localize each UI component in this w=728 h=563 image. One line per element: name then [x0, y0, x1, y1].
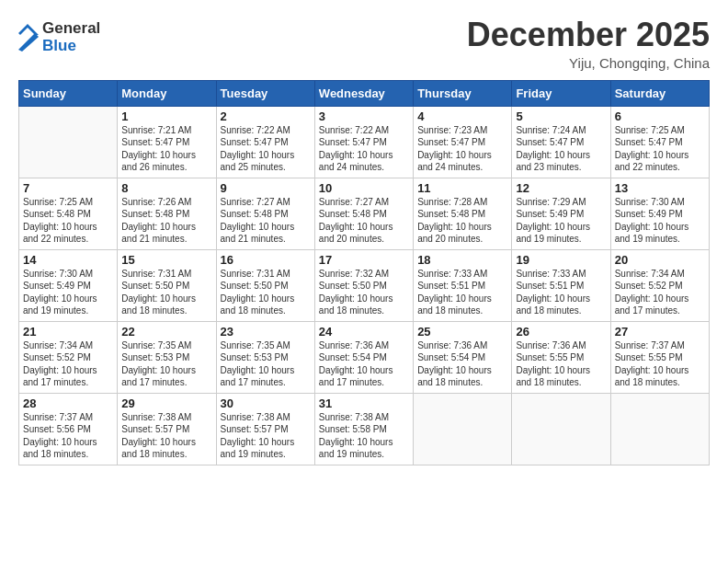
- calendar-cell: 22Sunrise: 7:35 AMSunset: 5:53 PMDayligh…: [118, 321, 216, 393]
- day-number: 4: [417, 109, 507, 123]
- day-number: 15: [121, 253, 211, 267]
- calendar-cell: 29Sunrise: 7:38 AMSunset: 5:57 PMDayligh…: [118, 393, 216, 465]
- day-number: 7: [23, 181, 113, 195]
- calendar-week-row: 28Sunrise: 7:37 AMSunset: 5:56 PMDayligh…: [19, 393, 710, 465]
- calendar-header: SundayMondayTuesdayWednesdayThursdayFrid…: [19, 80, 710, 106]
- calendar-cell: 6Sunrise: 7:25 AMSunset: 5:47 PMDaylight…: [610, 106, 709, 178]
- day-info: Sunrise: 7:25 AMSunset: 5:48 PMDaylight:…: [23, 196, 113, 246]
- calendar-cell: [19, 106, 118, 178]
- day-number: 21: [23, 325, 113, 339]
- title-block: December 2025 Yiju, Chongqing, China: [467, 17, 710, 71]
- calendar-cell: 10Sunrise: 7:27 AMSunset: 5:48 PMDayligh…: [314, 178, 413, 249]
- weekday-header-thursday: Thursday: [414, 80, 512, 106]
- calendar-cell: [512, 393, 610, 465]
- day-number: 29: [121, 396, 211, 410]
- calendar-cell: 14Sunrise: 7:30 AMSunset: 5:49 PMDayligh…: [19, 249, 118, 321]
- day-number: 27: [615, 325, 705, 339]
- calendar-cell: 7Sunrise: 7:25 AMSunset: 5:48 PMDaylight…: [19, 178, 118, 249]
- day-number: 28: [23, 396, 113, 410]
- calendar-cell: 17Sunrise: 7:32 AMSunset: 5:50 PMDayligh…: [314, 249, 413, 321]
- day-info: Sunrise: 7:37 AMSunset: 5:55 PMDaylight:…: [615, 339, 705, 389]
- day-number: 1: [121, 109, 211, 123]
- calendar-cell: 4Sunrise: 7:23 AMSunset: 5:47 PMDaylight…: [414, 106, 512, 178]
- calendar-week-row: 1Sunrise: 7:21 AMSunset: 5:47 PMDaylight…: [19, 106, 710, 178]
- logo-general-text: General: [42, 20, 100, 38]
- day-number: 2: [221, 109, 311, 123]
- calendar-cell: 25Sunrise: 7:36 AMSunset: 5:54 PMDayligh…: [414, 321, 512, 393]
- day-info: Sunrise: 7:34 AMSunset: 5:52 PMDaylight:…: [615, 268, 705, 317]
- month-title: December 2025: [467, 17, 710, 53]
- calendar-week-row: 21Sunrise: 7:34 AMSunset: 5:52 PMDayligh…: [19, 321, 710, 393]
- weekday-row: SundayMondayTuesdayWednesdayThursdayFrid…: [19, 80, 710, 106]
- calendar-cell: 23Sunrise: 7:35 AMSunset: 5:53 PMDayligh…: [216, 321, 314, 393]
- weekday-header-sunday: Sunday: [19, 80, 118, 106]
- weekday-header-saturday: Saturday: [610, 80, 709, 106]
- svg-marker-1: [18, 24, 39, 35]
- day-info: Sunrise: 7:38 AMSunset: 5:57 PMDaylight:…: [121, 411, 211, 461]
- day-number: 11: [417, 181, 507, 195]
- day-info: Sunrise: 7:31 AMSunset: 5:50 PMDaylight:…: [221, 268, 311, 317]
- logo: General Blue: [18, 20, 100, 54]
- page: General Blue December 2025 Yiju, Chongqi…: [0, 0, 728, 563]
- calendar-cell: [414, 393, 512, 465]
- day-info: Sunrise: 7:36 AMSunset: 5:55 PMDaylight:…: [516, 339, 606, 389]
- day-info: Sunrise: 7:35 AMSunset: 5:53 PMDaylight:…: [121, 339, 211, 389]
- day-info: Sunrise: 7:29 AMSunset: 5:49 PMDaylight:…: [516, 196, 606, 246]
- day-info: Sunrise: 7:37 AMSunset: 5:56 PMDaylight:…: [23, 411, 113, 461]
- calendar-cell: 5Sunrise: 7:24 AMSunset: 5:47 PMDaylight…: [512, 106, 610, 178]
- day-number: 17: [319, 253, 409, 267]
- day-number: 22: [121, 325, 211, 339]
- day-number: 5: [516, 109, 606, 123]
- day-info: Sunrise: 7:22 AMSunset: 5:47 PMDaylight:…: [319, 124, 409, 174]
- calendar-cell: 26Sunrise: 7:36 AMSunset: 5:55 PMDayligh…: [512, 321, 610, 393]
- day-info: Sunrise: 7:31 AMSunset: 5:50 PMDaylight:…: [121, 268, 211, 317]
- calendar-cell: 30Sunrise: 7:38 AMSunset: 5:57 PMDayligh…: [216, 393, 314, 465]
- day-number: 14: [23, 253, 113, 267]
- day-number: 20: [615, 253, 705, 267]
- weekday-header-tuesday: Tuesday: [216, 80, 314, 106]
- day-info: Sunrise: 7:35 AMSunset: 5:53 PMDaylight:…: [221, 339, 311, 389]
- day-number: 9: [221, 181, 311, 195]
- day-number: 18: [417, 253, 507, 267]
- day-number: 31: [319, 396, 409, 410]
- calendar-cell: 12Sunrise: 7:29 AMSunset: 5:49 PMDayligh…: [512, 178, 610, 249]
- day-info: Sunrise: 7:30 AMSunset: 5:49 PMDaylight:…: [23, 268, 113, 317]
- calendar-cell: 28Sunrise: 7:37 AMSunset: 5:56 PMDayligh…: [19, 393, 118, 465]
- day-info: Sunrise: 7:38 AMSunset: 5:57 PMDaylight:…: [221, 411, 311, 461]
- day-info: Sunrise: 7:33 AMSunset: 5:51 PMDaylight:…: [516, 268, 606, 317]
- day-number: 19: [516, 253, 606, 267]
- day-info: Sunrise: 7:32 AMSunset: 5:50 PMDaylight:…: [319, 268, 409, 317]
- day-info: Sunrise: 7:36 AMSunset: 5:54 PMDaylight:…: [319, 339, 409, 389]
- day-number: 16: [221, 253, 311, 267]
- calendar-cell: 8Sunrise: 7:26 AMSunset: 5:48 PMDaylight…: [118, 178, 216, 249]
- day-info: Sunrise: 7:27 AMSunset: 5:48 PMDaylight:…: [319, 196, 409, 246]
- svg-marker-0: [18, 33, 39, 52]
- calendar-cell: 16Sunrise: 7:31 AMSunset: 5:50 PMDayligh…: [216, 249, 314, 321]
- weekday-header-monday: Monday: [118, 80, 216, 106]
- day-info: Sunrise: 7:30 AMSunset: 5:49 PMDaylight:…: [615, 196, 705, 246]
- location-subtitle: Yiju, Chongqing, China: [467, 55, 710, 71]
- day-number: 8: [121, 181, 211, 195]
- calendar-cell: 15Sunrise: 7:31 AMSunset: 5:50 PMDayligh…: [118, 249, 216, 321]
- day-info: Sunrise: 7:36 AMSunset: 5:54 PMDaylight:…: [417, 339, 507, 389]
- calendar-cell: 27Sunrise: 7:37 AMSunset: 5:55 PMDayligh…: [610, 321, 709, 393]
- calendar-cell: 18Sunrise: 7:33 AMSunset: 5:51 PMDayligh…: [414, 249, 512, 321]
- day-info: Sunrise: 7:22 AMSunset: 5:47 PMDaylight:…: [221, 124, 311, 174]
- calendar-cell: 20Sunrise: 7:34 AMSunset: 5:52 PMDayligh…: [610, 249, 709, 321]
- calendar-cell: 24Sunrise: 7:36 AMSunset: 5:54 PMDayligh…: [314, 321, 413, 393]
- day-info: Sunrise: 7:28 AMSunset: 5:48 PMDaylight:…: [417, 196, 507, 246]
- calendar-cell: [610, 393, 709, 465]
- day-info: Sunrise: 7:21 AMSunset: 5:47 PMDaylight:…: [121, 124, 211, 174]
- day-number: 24: [319, 325, 409, 339]
- day-number: 26: [516, 325, 606, 339]
- day-number: 12: [516, 181, 606, 195]
- calendar-table: SundayMondayTuesdayWednesdayThursdayFrid…: [18, 80, 710, 465]
- header: General Blue December 2025 Yiju, Chongqi…: [18, 17, 710, 71]
- logo-text: General Blue: [42, 20, 100, 54]
- day-info: Sunrise: 7:23 AMSunset: 5:47 PMDaylight:…: [417, 124, 507, 174]
- day-info: Sunrise: 7:38 AMSunset: 5:58 PMDaylight:…: [319, 411, 409, 461]
- calendar-cell: 9Sunrise: 7:27 AMSunset: 5:48 PMDaylight…: [216, 178, 314, 249]
- calendar-cell: 31Sunrise: 7:38 AMSunset: 5:58 PMDayligh…: [314, 393, 413, 465]
- day-info: Sunrise: 7:25 AMSunset: 5:47 PMDaylight:…: [615, 124, 705, 174]
- day-info: Sunrise: 7:24 AMSunset: 5:47 PMDaylight:…: [516, 124, 606, 174]
